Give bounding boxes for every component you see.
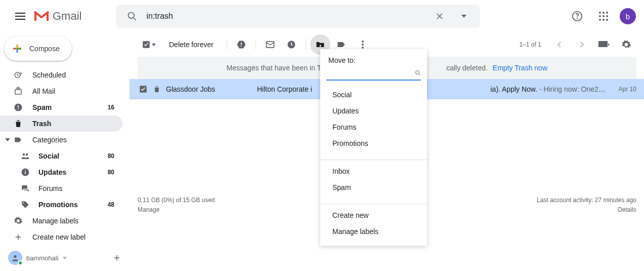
sidebar-item-scheduled[interactable]: Scheduled <box>0 67 122 83</box>
sidebar-item-manage-labels[interactable]: Manage labels <box>0 213 122 229</box>
sidebar-item-label: Forums <box>38 184 116 192</box>
storage-usage: 0.11 GB (0%) of 15 GB used <box>138 196 215 205</box>
move-to-search-input[interactable] <box>326 69 415 77</box>
page-next-button[interactable] <box>572 34 592 55</box>
settings-button[interactable] <box>616 34 636 55</box>
search-icon <box>415 69 421 77</box>
forum-icon <box>20 184 30 193</box>
google-apps-button[interactable] <box>593 6 614 26</box>
svg-rect-16 <box>18 109 19 110</box>
separator <box>227 40 227 50</box>
alert-icon <box>13 103 23 112</box>
svg-rect-21 <box>25 170 26 171</box>
sidebar-item-label: All Mail <box>32 87 116 95</box>
sidebar-item-updates[interactable]: Updates80 <box>0 164 122 180</box>
moveto-item-create-new[interactable]: Create new <box>320 207 427 223</box>
hangouts-username: bammohali <box>26 254 59 262</box>
svg-rect-15 <box>18 105 19 108</box>
mark-unread-button[interactable] <box>260 34 280 55</box>
header-right: b <box>567 6 640 26</box>
snooze-button[interactable] <box>281 34 302 55</box>
sidebar-item-social[interactable]: Social80 <box>0 148 122 164</box>
svg-point-31 <box>362 47 364 49</box>
page-prev-button[interactable] <box>549 34 570 55</box>
activity-details-link[interactable]: Details <box>537 205 636 215</box>
delete-forever-button[interactable]: Delete forever <box>160 41 223 49</box>
svg-point-8 <box>606 15 608 17</box>
move-to-menu: Move to: SocialUpdatesForumsPromotionsIn… <box>320 49 427 246</box>
sidebar-item-forums[interactable]: Forums <box>0 180 122 197</box>
row-checkbox[interactable] <box>139 85 148 94</box>
sidebar-item-spam[interactable]: Spam16 <box>0 99 122 115</box>
local-offer-icon <box>20 200 30 209</box>
sidebar-item-count: 80 <box>108 152 116 160</box>
sidebar-item-all-mail[interactable]: All Mail <box>0 83 122 99</box>
gmail-logo[interactable]: Gmail <box>33 10 81 23</box>
sidebar-item-categories[interactable]: Categories <box>0 132 122 148</box>
chevron-down-icon <box>5 138 12 141</box>
search-options-dropdown[interactable] <box>454 6 474 26</box>
clear-search-button[interactable] <box>430 6 450 26</box>
empty-trash-link[interactable]: Empty Trash now <box>493 64 547 72</box>
row-sender: Glassdoor Jobs <box>166 85 257 93</box>
account-avatar[interactable]: b <box>620 8 636 24</box>
toolbar-right: 1–1 of 1 <box>513 34 636 55</box>
search-input[interactable] <box>146 12 425 21</box>
moveto-item-spam[interactable]: Spam <box>320 179 427 196</box>
sidebar-item-label: Trash <box>32 120 116 128</box>
sidebar-item-count: 16 <box>108 104 116 111</box>
plus-icon <box>13 233 23 242</box>
sidebar-item-count: 80 <box>108 169 116 176</box>
row-date: Apr 10 <box>619 86 636 93</box>
app-header: Gmail b <box>0 0 644 32</box>
nav-list: ScheduledAll MailSpam16TrashCategoriesSo… <box>0 67 130 245</box>
compose-button[interactable]: Compose <box>4 36 72 61</box>
moveto-item-inbox[interactable]: Inbox <box>320 163 427 179</box>
moveto-item-social[interactable]: Social <box>320 87 427 103</box>
hangouts-user[interactable]: bammohali <box>8 251 67 265</box>
row-subject: Hilton Corporate is hiring: Executive Lo… <box>257 85 611 93</box>
sidebar-item-create-new-label[interactable]: Create new label <box>0 229 122 245</box>
input-tools-button[interactable] <box>594 34 614 55</box>
svg-point-23 <box>14 255 16 258</box>
svg-rect-13 <box>15 90 21 94</box>
pagination-count[interactable]: 1–1 of 1 <box>513 41 547 48</box>
svg-point-18 <box>26 153 28 156</box>
sidebar-item-label: Promotions <box>38 201 108 209</box>
separator <box>255 40 256 50</box>
moveto-item-manage-labels[interactable]: Manage labels <box>320 223 427 240</box>
sidebar-item-label: Social <box>38 152 108 160</box>
support-button[interactable] <box>567 6 587 26</box>
svg-point-9 <box>599 19 601 21</box>
people-icon <box>20 151 30 161</box>
svg-point-36 <box>416 71 419 74</box>
sidebar-item-count: 48 <box>108 201 116 208</box>
search-bar <box>116 5 480 28</box>
hangouts-footer: bammohali <box>8 251 121 265</box>
gear-icon <box>13 216 23 225</box>
trash-icon <box>13 119 23 128</box>
gmail-wordmark: Gmail <box>53 10 81 23</box>
manage-storage-link[interactable]: Manage <box>138 205 215 215</box>
move-to-title: Move to: <box>320 49 427 66</box>
sidebar: Compose ScheduledAll MailSpam16TrashCate… <box>0 32 130 271</box>
svg-point-4 <box>603 12 605 14</box>
hamburger-icon <box>15 13 25 20</box>
moveto-item-forums[interactable]: Forums <box>320 119 427 135</box>
chevron-down-icon <box>63 257 67 259</box>
select-all-checkbox[interactable] <box>139 37 159 52</box>
hangouts-new-chat-button[interactable] <box>112 253 121 262</box>
sidebar-item-label: Create new label <box>32 233 116 241</box>
sidebar-item-promotions[interactable]: Promotions48 <box>0 197 122 213</box>
sidebar-item-label: Manage labels <box>32 217 116 225</box>
report-spam-button[interactable] <box>231 34 251 55</box>
svg-point-29 <box>362 41 364 43</box>
svg-point-11 <box>606 19 608 21</box>
moveto-item-updates[interactable]: Updates <box>320 103 427 119</box>
search-icon[interactable] <box>122 6 142 26</box>
moveto-item-promotions[interactable]: Promotions <box>320 135 427 151</box>
svg-point-0 <box>128 13 135 19</box>
sidebar-item-trash[interactable]: Trash <box>0 115 122 132</box>
main-menu-button[interactable] <box>8 4 32 28</box>
svg-rect-20 <box>25 172 26 174</box>
